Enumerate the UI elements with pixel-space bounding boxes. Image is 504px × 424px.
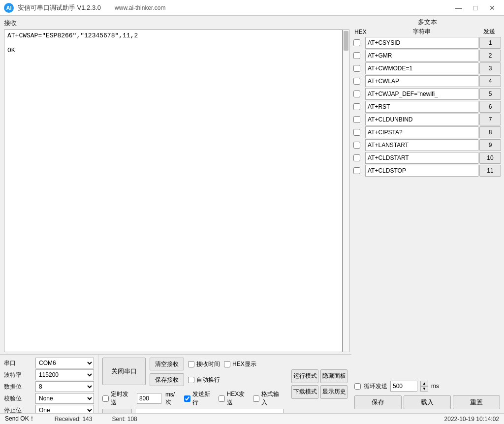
- row-input-10[interactable]: [365, 152, 478, 164]
- row-input-4[interactable]: [365, 75, 478, 87]
- app-icon: AI: [4, 3, 14, 13]
- row-checkbox-9[interactable]: [353, 142, 360, 149]
- check-label: 校验位: [4, 394, 33, 403]
- multi-text-title: 多文本: [353, 18, 501, 27]
- row-send-btn-5[interactable]: 5: [479, 88, 501, 100]
- save-recv-button[interactable]: 保存接收: [150, 373, 184, 386]
- row-input-7[interactable]: [365, 114, 478, 125]
- serial-settings: 串口 COM6 波特率 115200 数据位 8 校验位 None 停止位: [0, 355, 98, 413]
- left-panel: 接收 AT+CWSAP="ESP8266","12345678",11,2 OK…: [0, 16, 351, 413]
- format-input-checkbox[interactable]: [253, 395, 259, 402]
- recv-time-checkbox[interactable]: [188, 361, 194, 367]
- mode-btn-row2: 下载模式 显示历史: [291, 385, 347, 399]
- row-send-btn-11[interactable]: 11: [479, 165, 501, 177]
- minimize-button[interactable]: —: [451, 1, 467, 15]
- recv-time-group: 接收时间: [188, 360, 220, 368]
- receive-textarea[interactable]: AT+CWSAP="ESP8266","12345678",11,2 OK: [4, 30, 343, 352]
- row-send-btn-2[interactable]: 2: [479, 50, 501, 61]
- row-send-btn-4[interactable]: 4: [479, 75, 501, 87]
- send-text-input[interactable]: [135, 409, 284, 413]
- download-mode-button[interactable]: 下载模式: [291, 385, 318, 399]
- hex-send-checkbox[interactable]: [219, 395, 225, 402]
- row-checkbox-10[interactable]: [353, 154, 360, 161]
- check-select[interactable]: None: [35, 393, 94, 404]
- send-ok-status: Send OK！: [5, 415, 35, 423]
- row-send-btn-3[interactable]: 3: [479, 62, 501, 74]
- row-input-1[interactable]: [365, 37, 478, 49]
- spinner-down[interactable]: ▼: [420, 386, 428, 392]
- send-button[interactable]: 发送: [102, 409, 132, 413]
- receive-panel: 接收 AT+CWSAP="ESP8266","12345678",11,2 OK: [0, 16, 351, 354]
- row-send-btn-1[interactable]: 1: [479, 37, 501, 49]
- list-item: 7: [353, 114, 501, 125]
- row-send-btn-10[interactable]: 10: [479, 152, 501, 164]
- row-send-btn-6[interactable]: 6: [479, 101, 501, 113]
- open-port-button[interactable]: 关闭串口: [102, 358, 146, 385]
- app-title: 安信可串口调试助手 V1.2.3.0: [18, 3, 101, 12]
- row-send-btn-9[interactable]: 9: [479, 139, 501, 151]
- run-mode-button[interactable]: 运行模式: [291, 369, 318, 383]
- timed-send-checkbox[interactable]: [102, 395, 109, 402]
- loop-interval-input[interactable]: [390, 381, 417, 392]
- row-input-5[interactable]: [365, 88, 478, 100]
- list-item: 1: [353, 37, 501, 49]
- multi-text-bottom-buttons: 保存 载入 重置: [353, 394, 501, 411]
- row-send-btn-8[interactable]: 8: [479, 126, 501, 138]
- row-input-2[interactable]: [365, 50, 478, 61]
- newline-checkbox[interactable]: [184, 395, 190, 402]
- maximize-button[interactable]: □: [468, 1, 483, 15]
- loop-send-label: 循环发送: [364, 382, 387, 391]
- stop-select[interactable]: One: [35, 405, 94, 413]
- clear-recv-button[interactable]: 清空接收: [150, 358, 184, 370]
- datetime-status: 2022-10-19 10:14:02: [444, 416, 499, 423]
- status-bar: Send OK！ Received: 143 Sent: 108 2022-10…: [0, 413, 504, 424]
- baud-select[interactable]: 115200: [35, 369, 94, 380]
- receive-label: 接收: [4, 19, 349, 28]
- list-item: 10: [353, 152, 501, 164]
- row-checkbox-1[interactable]: [353, 39, 360, 46]
- row-checkbox-3[interactable]: [353, 65, 360, 72]
- newline-label: 发送新行: [192, 390, 215, 407]
- row-checkbox-4[interactable]: [353, 78, 360, 85]
- str-col-header: 字符串: [365, 28, 478, 36]
- row-checkbox-2[interactable]: [353, 52, 360, 59]
- row-checkbox-8[interactable]: [353, 129, 360, 136]
- stop-label: 停止位: [4, 406, 33, 414]
- sent-status: Sent: 108: [112, 416, 137, 423]
- list-item: 3: [353, 62, 501, 74]
- timed-interval-input[interactable]: 800: [137, 393, 161, 404]
- hex-display-checkbox[interactable]: [224, 361, 230, 367]
- row-input-3[interactable]: [365, 62, 478, 74]
- loop-ms-label: ms: [431, 383, 439, 390]
- row-checkbox-11[interactable]: [353, 167, 360, 174]
- title-bar: AI 安信可串口调试助手 V1.2.3.0 www.ai-thinker.com…: [0, 0, 504, 16]
- data-select[interactable]: 8: [35, 381, 94, 392]
- row-input-8[interactable]: [365, 126, 478, 138]
- data-label: 数据位: [4, 383, 33, 391]
- row-input-11[interactable]: [365, 165, 478, 177]
- auto-newline-checkbox[interactable]: [188, 377, 194, 383]
- loop-send-checkbox[interactable]: [354, 383, 361, 390]
- row-input-6[interactable]: [365, 101, 478, 113]
- window-controls: — □ ✕: [451, 1, 500, 15]
- reset-button[interactable]: 重置: [453, 395, 500, 409]
- list-item: 9: [353, 139, 501, 151]
- spinner-up[interactable]: ▲: [420, 381, 428, 386]
- row-input-9[interactable]: [365, 139, 478, 151]
- list-item: 4: [353, 75, 501, 87]
- load-button[interactable]: 载入: [404, 395, 451, 409]
- send-input-row: 发送: [102, 409, 284, 413]
- row-send-btn-7[interactable]: 7: [479, 114, 501, 125]
- close-button[interactable]: ✕: [484, 1, 500, 15]
- interval-unit-label: ms/次: [165, 391, 180, 406]
- row-checkbox-7[interactable]: [353, 116, 360, 123]
- show-history-button[interactable]: 显示历史: [320, 385, 347, 399]
- controls-row1: 清空接收 接收时间 HEX显示: [150, 358, 256, 370]
- receive-scrollbar[interactable]: [343, 30, 349, 352]
- hide-panel-button[interactable]: 隐藏面板: [320, 369, 347, 383]
- row-checkbox-5[interactable]: [353, 91, 360, 97]
- row-checkbox-6[interactable]: [353, 103, 360, 110]
- list-item: 5: [353, 88, 501, 100]
- port-select[interactable]: COM6: [35, 358, 94, 368]
- save-button[interactable]: 保存: [354, 395, 402, 409]
